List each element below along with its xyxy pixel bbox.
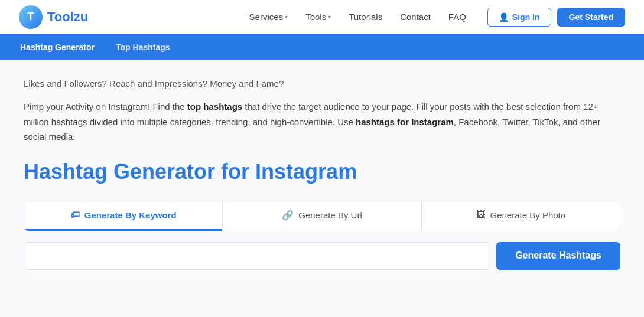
generate-button[interactable]: Generate Hashtags: [496, 242, 620, 270]
keyword-input[interactable]: [24, 242, 489, 270]
chevron-down-icon: ▾: [285, 14, 288, 20]
chevron-down-icon: ▾: [328, 14, 331, 20]
header: T Toolzu Services▾Tools▾TutorialsContact…: [0, 0, 644, 34]
nav-item-tools[interactable]: Tools▾: [298, 8, 338, 25]
signin-button[interactable]: 👤 Sign In: [487, 8, 551, 27]
sub-nav: Hashtag GeneratorTop Hashtags: [0, 34, 644, 60]
intro-text: Likes and Followers? Reach and Impressio…: [24, 77, 620, 91]
main-nav: Services▾Tools▾TutorialsContactFAQ: [242, 8, 473, 25]
subnav-item-top-hashtags[interactable]: Top Hashtags: [115, 43, 171, 52]
tab-icon-photo: 🖼: [476, 210, 486, 220]
page-title: Hashtag Generator for Instagram: [24, 159, 620, 184]
user-icon: 👤: [499, 12, 509, 22]
main-content: Likes and Followers? Reach and Impressio…: [0, 60, 644, 293]
tab-url[interactable]: 🔗Generate By Url: [222, 201, 421, 231]
tab-keyword[interactable]: 🏷Generate By Keyword: [24, 201, 222, 231]
nav-item-faq[interactable]: FAQ: [441, 8, 473, 25]
nav-item-services[interactable]: Services▾: [242, 8, 295, 25]
search-row: Generate Hashtags: [24, 242, 620, 270]
logo[interactable]: T Toolzu: [19, 5, 88, 29]
description-text: Pimp your Activity on Instagram! Find th…: [24, 99, 620, 145]
getstarted-button[interactable]: Get Started: [557, 8, 625, 27]
tab-icon-keyword: 🏷: [70, 210, 80, 220]
logo-text: Toolzu: [47, 9, 88, 25]
tab-photo[interactable]: 🖼Generate By Photo: [421, 201, 620, 231]
nav-item-contact[interactable]: Contact: [393, 8, 438, 25]
logo-icon: T: [19, 5, 43, 29]
tab-icon-url: 🔗: [282, 210, 294, 221]
subnav-item-hashtag-generator[interactable]: Hashtag Generator: [19, 43, 96, 52]
tab-bar: 🏷Generate By Keyword🔗Generate By Url🖼Gen…: [24, 201, 620, 231]
nav-item-tutorials[interactable]: Tutorials: [341, 8, 389, 25]
